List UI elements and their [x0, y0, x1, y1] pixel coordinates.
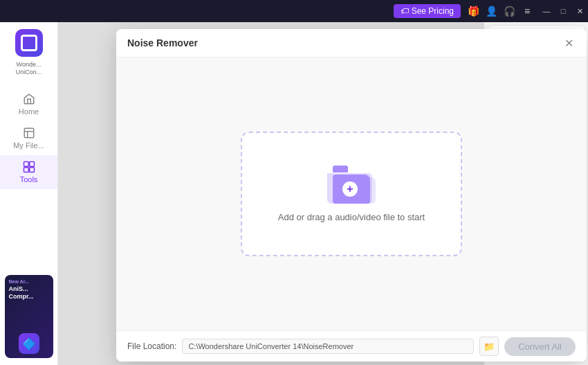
file-location-label: File Location:: [127, 341, 176, 351]
gift-icon[interactable]: 🎁: [466, 4, 480, 18]
dialog-header: Noise Remover ✕: [116, 29, 587, 57]
svg-rect-1: [24, 161, 28, 166]
dropzone[interactable]: + Add or drag a audio/video file to star…: [241, 132, 462, 256]
tools-icon: [23, 161, 35, 173]
dialog-title: Noise Remover: [127, 37, 198, 48]
menu-icon[interactable]: ≡: [520, 4, 534, 18]
maximize-button[interactable]: □: [555, 0, 571, 22]
folder-browse-icon: 📁: [484, 341, 495, 352]
title-bar-icons: 🎁 👤 🎧 ≡: [466, 4, 534, 18]
dialog-close-button[interactable]: ✕: [562, 36, 576, 50]
user-icon[interactable]: 👤: [484, 4, 498, 18]
headset-icon[interactable]: 🎧: [502, 4, 516, 18]
home-label: Home: [19, 107, 39, 116]
dialog-body: + Add or drag a audio/video file to star…: [116, 57, 587, 330]
logo-inner: [21, 35, 37, 51]
noise-remover-dialog: Noise Remover ✕ + Add or drag a audio/vi…: [116, 29, 587, 362]
myfiles-label: My File...: [13, 141, 44, 150]
files-icon: [23, 127, 35, 139]
convert-all-button[interactable]: Convert All: [504, 337, 576, 356]
folder-tab: [333, 166, 348, 172]
app-logo: [15, 29, 43, 57]
main-content: Noise Remover ✕ + Add or drag a audio/vi…: [58, 22, 484, 365]
dialog-overlay: Noise Remover ✕ + Add or drag a audio/vi…: [58, 22, 484, 365]
sidebar-item-home[interactable]: Home: [0, 87, 57, 121]
minimize-button[interactable]: —: [538, 0, 555, 22]
promo-title: AniS... Compr...: [9, 285, 49, 301]
close-button[interactable]: ✕: [571, 0, 588, 22]
window-controls: — □ ✕: [538, 0, 588, 22]
dialog-footer: File Location: 📁 Convert All: [116, 330, 587, 362]
folder-plus-icon: +: [342, 181, 358, 197]
title-bar: 🏷 See Pricing 🎁 👤 🎧 ≡ — □ ✕: [0, 0, 588, 22]
svg-rect-3: [24, 167, 28, 172]
svg-rect-0: [24, 128, 34, 138]
promo-tag: New Ar...: [9, 279, 49, 284]
app-name: Wonde... UniCon...: [16, 61, 42, 76]
see-pricing-label: See Pricing: [412, 6, 454, 16]
file-location-input[interactable]: [182, 339, 474, 354]
dropzone-text: Add or drag a audio/video file to start: [278, 212, 425, 222]
promo-banner[interactable]: New Ar... AniS... Compr... 🔷: [5, 275, 53, 358]
svg-rect-2: [29, 161, 34, 166]
home-icon: [23, 93, 35, 105]
folder-icon: +: [327, 166, 376, 204]
tag-icon: 🏷: [401, 6, 409, 16]
app-container: Wonde... UniCon... Home My File...: [0, 22, 588, 365]
sidebar-item-myfiles[interactable]: My File...: [0, 121, 57, 155]
sidebar-item-tools[interactable]: Tools: [0, 155, 57, 189]
sidebar: Wonde... UniCon... Home My File...: [0, 22, 58, 365]
promo-icon: 🔷: [19, 333, 39, 354]
tools-label: Tools: [20, 175, 38, 184]
svg-rect-4: [29, 167, 34, 172]
browse-folder-button[interactable]: 📁: [479, 337, 499, 356]
see-pricing-button[interactable]: 🏷 See Pricing: [394, 4, 461, 18]
